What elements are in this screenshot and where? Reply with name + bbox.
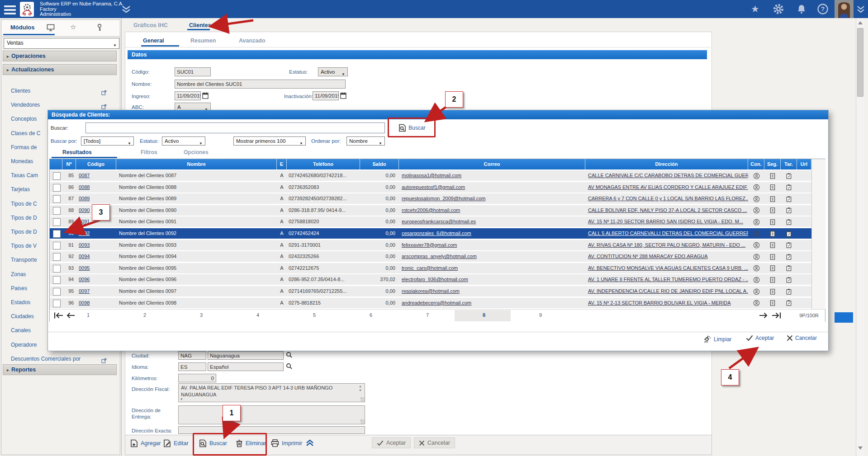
tarea-clipboard-icon[interactable]: [781, 193, 797, 204]
key-tab-icon[interactable]: [96, 24, 103, 33]
table-row[interactable]: 910093Nombre del Clientes 0093A0291-3170…: [50, 240, 811, 250]
contact-icon[interactable]: [748, 298, 764, 308]
direccion-link[interactable]: CALLE BOLIVAR EDF. NAILY PISO 37-A LOCAL…: [585, 205, 748, 216]
agregar-button[interactable]: Agregar: [130, 439, 161, 447]
row-checkbox[interactable]: [53, 300, 61, 307]
row-checkbox[interactable]: [53, 172, 61, 180]
column-header-Url[interactable]: Url: [797, 159, 811, 169]
correo-link[interactable]: europeosfrankcarsca@hotmail.es: [399, 216, 585, 227]
column-header-Teléfono[interactable]: Teléfono: [287, 159, 360, 169]
ciudad-search-icon[interactable]: [286, 352, 293, 360]
tab-clientes[interactable]: Clientes: [189, 22, 211, 28]
column-header-Correo[interactable]: Correo: [399, 159, 585, 169]
contact-icon[interactable]: [748, 251, 764, 262]
column-header-Saldo[interactable]: Saldo: [360, 159, 399, 169]
module-select[interactable]: Ventas▼: [4, 38, 119, 49]
direccion-entrega-resize-grip[interactable]: [360, 419, 365, 424]
tarea-clipboard-icon[interactable]: [781, 251, 797, 262]
idioma-code-field[interactable]: ES: [178, 362, 206, 371]
vertical-scrollbar[interactable]: [856, 18, 864, 456]
sidebar-item-descuentos-comerciales-por[interactable]: Descuentos Comerciales por: [0, 353, 119, 365]
contact-icon[interactable]: [748, 182, 764, 193]
page-number-7[interactable]: 7: [418, 312, 436, 318]
table-row[interactable]: 890091Nombre del Clientes 0091A027588180…: [50, 216, 811, 227]
tab-modulos[interactable]: Módulos: [10, 24, 34, 31]
contact-icon[interactable]: [748, 274, 764, 285]
correo-link[interactable]: autorepuestosf1@gmail.com: [399, 182, 585, 193]
table-row-selected[interactable]: 900092Nombre del Clientes 0092A027424524…: [50, 228, 811, 239]
row-checkbox[interactable]: [53, 207, 61, 215]
contact-icon[interactable]: [748, 170, 764, 181]
codigo-link[interactable]: 0098: [76, 298, 116, 308]
correo-link[interactable]: rotcehr2006@hotmail.com: [399, 205, 585, 216]
table-row[interactable]: 870089Nombre del Clientes 0089A027392824…: [50, 193, 811, 204]
page-number-5[interactable]: 5: [305, 312, 323, 318]
kilometros-field[interactable]: 0: [178, 374, 216, 382]
inactivacion-calendar-icon[interactable]: [340, 92, 346, 101]
title-chevron-down-icon[interactable]: [121, 5, 131, 15]
previous-page-icon[interactable]: [66, 312, 75, 321]
contact-icon[interactable]: [748, 205, 764, 216]
seguimiento-document-icon[interactable]: [764, 286, 781, 296]
codigo-link[interactable]: 0096: [76, 274, 116, 285]
dialog-aceptar-button[interactable]: Aceptar: [746, 335, 774, 341]
subtab-general[interactable]: General: [143, 38, 164, 44]
dialog-buscar-button[interactable]: Buscar: [393, 121, 431, 135]
settings-gear-icon[interactable]: [773, 3, 784, 17]
toolbar-collapse-chevron-icon[interactable]: [305, 439, 314, 447]
seguimiento-document-icon[interactable]: [764, 251, 781, 262]
codigo-link[interactable]: 0089: [76, 193, 116, 204]
dialog-search-input[interactable]: [85, 122, 385, 133]
codigo-link[interactable]: 0097: [76, 286, 116, 296]
direccion-link[interactable]: CALL 5 ALBERTO CARNEVALLI DETRAS DEL COM…: [585, 228, 748, 239]
correo-link[interactable]: andreadebecerra@hotmail.com: [399, 298, 585, 308]
inactivacion-field[interactable]: 11/09/2019: [313, 91, 339, 100]
table-row[interactable]: 880090Nombre del Clientes 0090A0286-318.…: [50, 205, 811, 216]
direccion-exacta-field[interactable]: [178, 426, 365, 434]
topbar-collapse-chevron-icon[interactable]: [856, 5, 865, 15]
ciudad-name-field[interactable]: Naguanagua: [208, 351, 284, 360]
seguimiento-document-icon[interactable]: [764, 193, 781, 204]
tarea-clipboard-icon[interactable]: [781, 182, 797, 193]
ciudad-code-field[interactable]: NAG: [178, 351, 206, 360]
scrollbar-thumb[interactable]: [857, 28, 863, 97]
correo-link[interactable]: electrofaro_936@hotmail.com: [399, 274, 585, 285]
row-checkbox[interactable]: [53, 276, 61, 284]
contact-icon[interactable]: [748, 240, 764, 250]
correo-link[interactable]: repuestosalomon_2009@hotmail.com: [399, 193, 585, 204]
table-row[interactable]: 960098Nombre del Clientes 0098A0275-8818…: [50, 298, 811, 308]
column-header-Seg.[interactable]: Seg.: [764, 159, 781, 169]
buscar-por-select[interactable]: [Todos]▼: [81, 136, 134, 146]
dialog-tab-filtros[interactable]: Filtros: [141, 149, 157, 155]
row-checkbox[interactable]: [53, 218, 61, 226]
idioma-search-icon[interactable]: [286, 363, 293, 371]
tarea-clipboard-icon[interactable]: [781, 263, 797, 273]
user-avatar[interactable]: [835, 0, 854, 18]
column-header-Código[interactable]: Código: [76, 159, 116, 169]
aceptar-button[interactable]: Aceptar: [372, 437, 411, 448]
table-row[interactable]: 940096Nombre del Clientes 0096A0286-952.…: [50, 274, 811, 285]
table-row[interactable]: 950097Nombre del Clientes 0097A027141697…: [50, 286, 811, 296]
direccion-link[interactable]: AV MONAGAS ENTRE AV ELIAS CORDERO Y CALL…: [585, 182, 748, 193]
eliminar-button[interactable]: Eliminar: [236, 439, 266, 447]
cancelar-button[interactable]: Cancelar: [414, 437, 455, 448]
tarea-clipboard-icon[interactable]: [781, 228, 797, 239]
codigo-link[interactable]: 0093: [76, 240, 116, 250]
contact-icon[interactable]: [748, 216, 764, 227]
codigo-link[interactable]: 0092: [76, 228, 116, 239]
table-row[interactable]: 920094Nombre del Clientes 0094A024323252…: [50, 251, 811, 262]
direccion-fiscal-scroll-left-icon[interactable]: ◄: [180, 397, 183, 400]
row-checkbox[interactable]: [53, 288, 61, 296]
page-number-8[interactable]: 8: [475, 312, 493, 318]
row-checkbox[interactable]: [53, 230, 61, 238]
idioma-name-field[interactable]: Español: [208, 362, 284, 371]
correo-link[interactable]: felixxavier78@gmail.com: [399, 240, 585, 250]
subtab-avanzado[interactable]: Avanzado: [239, 38, 266, 44]
correo-link[interactable]: arscompras_anyely@hotmail.com: [399, 251, 585, 262]
ingreso-field[interactable]: 11/09/2019: [175, 91, 201, 100]
seguimiento-document-icon[interactable]: [764, 240, 781, 250]
sidebar-section-actualizaciones[interactable]: ▸Actualizaciones: [3, 64, 117, 75]
scroll-down-icon[interactable]: [858, 447, 863, 450]
direccion-link[interactable]: AV. 15 Nº 2-13 SECTOR BARRIO BOLIVAR EL …: [585, 298, 748, 308]
column-header-E[interactable]: E: [277, 159, 287, 169]
